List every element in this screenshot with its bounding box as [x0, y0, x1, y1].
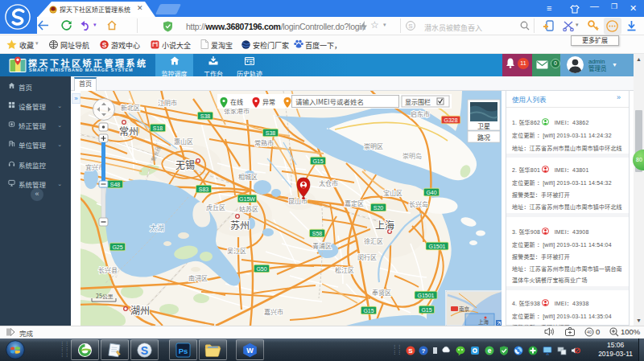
svg-text:闵行区: 闵行区: [357, 252, 377, 261]
svg-text:徐汇区: 徐汇区: [364, 236, 383, 245]
svg-text:G1501: G1501: [428, 244, 445, 249]
svg-text:S: S: [102, 41, 107, 49]
svg-text:S83: S83: [199, 187, 209, 192]
svg-text:无锡: 无锡: [175, 158, 195, 171]
svg-text:相城区: 相城区: [238, 172, 258, 181]
svg-text:嘉定区: 嘉定区: [345, 199, 364, 207]
svg-text:S: S: [408, 23, 412, 30]
svg-text:宝山区: 宝山区: [383, 188, 402, 197]
svg-text:南浔区: 南浔区: [188, 273, 208, 282]
svg-text:e: e: [488, 347, 492, 355]
svg-text:S38: S38: [200, 113, 211, 119]
svg-text:上海: 上海: [375, 218, 394, 232]
svg-text:G15: G15: [312, 158, 323, 164]
svg-text:上海: 上海: [478, 318, 489, 326]
svg-text:S: S: [141, 344, 148, 357]
svg-text:S48: S48: [110, 182, 121, 187]
svg-text:惠山区: 惠山区: [174, 137, 193, 146]
svg-text:G15: G15: [421, 307, 431, 313]
svg-text:吴江区: 吴江区: [227, 246, 246, 255]
svg-text:S18: S18: [153, 125, 163, 131]
svg-text:太湖: 太湖: [150, 223, 164, 233]
svg-text:崇明岛: 崇明岛: [402, 151, 422, 160]
svg-text:Ps: Ps: [179, 347, 188, 355]
svg-text:长兴岛: 长兴岛: [409, 199, 428, 208]
svg-text:?: ?: [422, 347, 426, 355]
svg-text:S: S: [408, 347, 413, 355]
svg-text:松江区: 松江区: [335, 265, 354, 274]
svg-text:虎丘区: 虎丘区: [206, 203, 225, 211]
svg-text:G25: G25: [112, 244, 122, 250]
svg-text:苏州: 苏州: [230, 218, 250, 232]
svg-text:G15: G15: [363, 308, 374, 314]
svg-text:青浦区: 青浦区: [312, 241, 332, 250]
svg-text:W: W: [246, 347, 254, 355]
svg-text:卫星: 卫星: [477, 121, 490, 130]
svg-text:嘉兴市: 嘉兴市: [264, 307, 283, 316]
svg-text:太仓市: 太仓市: [319, 178, 338, 187]
svg-text:G50: G50: [256, 266, 266, 272]
svg-text:S20: S20: [374, 205, 384, 211]
svg-text:G15W: G15W: [239, 196, 255, 202]
svg-text:江阴市: 江阴市: [158, 98, 177, 107]
svg-text:S38: S38: [266, 130, 276, 136]
svg-text:G328: G328: [444, 117, 457, 123]
svg-text:请输入IMEI号或者姓名: 请输入IMEI号或者姓名: [295, 96, 364, 106]
svg-text:奉贤区: 奉贤区: [372, 288, 391, 297]
svg-text:长兴县: 长兴县: [98, 265, 118, 274]
svg-text:崇明区: 崇明区: [364, 142, 383, 150]
svg-text:在线: 在线: [230, 97, 243, 106]
svg-text:G40: G40: [426, 190, 436, 195]
svg-text:25公里: 25公里: [96, 292, 114, 300]
svg-text:新北区: 新北区: [121, 103, 140, 112]
svg-text:常熟市: 常熟市: [254, 138, 274, 147]
svg-text:湖州: 湖州: [130, 303, 150, 317]
svg-text:启东市: 启东市: [411, 109, 430, 118]
svg-text:常州: 常州: [119, 124, 138, 137]
svg-text:G1501: G1501: [417, 293, 434, 298]
svg-text:40: 40: [587, 330, 592, 334]
svg-text:南京: 南京: [459, 305, 470, 313]
svg-text:显示围栏: 显示围栏: [405, 97, 431, 106]
svg-text:异常: 异常: [262, 97, 275, 106]
svg-text:路况: 路况: [477, 133, 490, 142]
svg-text:S58: S58: [312, 231, 323, 236]
svg-text:姑苏区: 姑苏区: [239, 204, 258, 213]
